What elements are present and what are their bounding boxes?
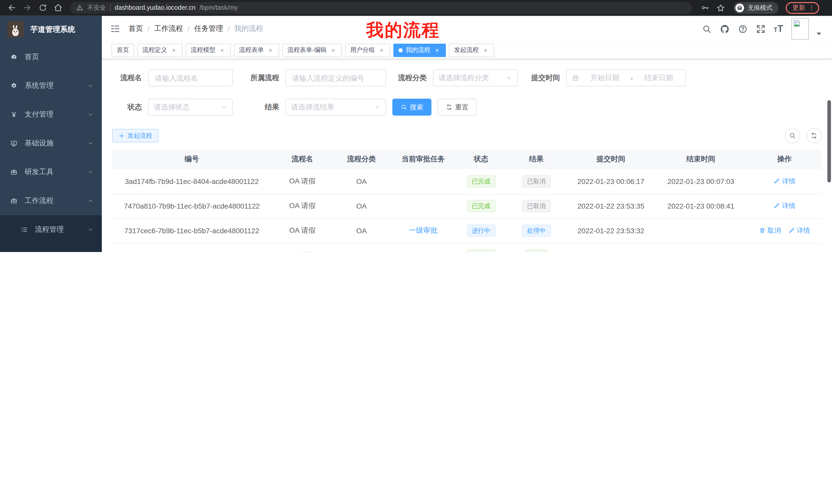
status-badge: 已完成 [467,175,495,188]
cancel-action-link[interactable]: 取消 [759,226,781,235]
tab-user-group[interactable]: 用户分组× [345,44,390,57]
cell-current-task: 一级审批 [390,218,457,243]
cell-result: 已取消 [505,194,567,218]
tab-home[interactable]: 首页 [111,44,134,57]
sidebar-item-payment-management[interactable]: 支付管理 [0,100,102,129]
detail-action-link[interactable]: 详情 [788,226,810,235]
close-icon[interactable]: × [378,47,385,54]
refresh-icon [810,132,817,139]
parent-process-input[interactable] [285,69,386,86]
cell-current-task [390,169,457,194]
sidebar-item-workflow[interactable]: 工作流程 [0,187,102,215]
status-select[interactable]: 请选择状态 [148,99,233,116]
breadcrumb-workflow[interactable]: 工作流程 [154,24,183,33]
detail-action-link[interactable]: 详情 [773,251,796,252]
help-icon[interactable] [738,24,747,34]
incognito-label: 无痕模式 [748,3,772,12]
category-label: 流程分类 [386,73,433,82]
tab-my-process[interactable]: 我的流程× [393,44,446,57]
table-body: 3ad174fb-7b9d-11ec-8404-acde48001122OA 请… [112,169,822,252]
result-badge: 通过 [525,249,548,252]
tab-process-form-edit[interactable]: 流程表单-编辑× [282,44,342,57]
close-icon[interactable]: × [170,47,177,54]
sidebar-item-dev-tools[interactable]: 研发工具 [0,158,102,187]
sidebar-item-label: 首页 [25,52,39,62]
font-size-icon[interactable]: TT [774,23,783,34]
result-select[interactable]: 请选择流结果 [285,99,386,116]
sidebar-item-system-management[interactable]: 系统管理 [0,72,102,100]
tab-start-process[interactable]: 发起流程× [449,44,494,57]
close-icon[interactable]: × [330,47,337,54]
detail-action-link[interactable]: 详情 [773,176,796,186]
close-icon[interactable]: × [434,47,441,54]
forward-icon[interactable] [21,1,34,15]
search-button[interactable]: 搜索 [392,99,432,116]
breadcrumb-task-management[interactable]: 任务管理 [194,24,223,33]
password-key-icon[interactable] [698,1,712,15]
sidebar-item-infrastructure[interactable]: 基础设施 [0,129,102,158]
browser-menu-icon[interactable] [808,4,815,11]
close-icon[interactable]: × [218,47,226,54]
refresh-table-button[interactable] [806,128,822,143]
filter-row-2: 状态 请选择状态 结果 请选择流结果 搜索 [112,99,822,116]
chevron-up-icon [87,198,94,204]
close-icon[interactable]: × [482,47,489,54]
sidebar-item-task-management[interactable]: 任务管理 [0,244,102,252]
parent-process-label: 所属流程 [233,73,285,82]
sidebar-item-home[interactable]: 首页 [0,43,102,72]
cell-result: 已取消 [505,169,567,194]
incognito-icon [735,3,744,12]
bookmark-star-icon[interactable] [714,1,727,15]
avatar[interactable] [791,18,809,39]
table-row: 7317cec6-7b9b-11ec-b5b7-acde48001122OA 请… [112,218,822,243]
cell-category: OA [333,194,390,218]
fullscreen-icon[interactable] [756,24,765,34]
tab-process-definition[interactable]: 流程定义× [137,44,183,57]
scrollbar-thumb[interactable] [827,100,831,183]
start-process-button[interactable]: 发起流程 [112,129,158,142]
tab-label: 流程模型 [191,46,215,54]
show-search-button[interactable] [785,128,800,143]
submit-time-range[interactable]: 开始日期 - 结束日期 [566,69,686,86]
hamburger-icon[interactable] [110,24,120,34]
detail-action-link[interactable]: 详情 [773,201,796,211]
process-name-label: 流程名 [112,73,148,82]
avatar-caret-icon[interactable] [814,29,824,38]
process-table: 编号流程名流程分类当前审批任务状态结果提交时间结束时间操作 3ad174fb-7… [112,149,822,252]
update-label: 更新 [792,3,805,12]
cell-submit-time: 2022-01-22 23:53:35 [567,194,655,218]
tab-process-form[interactable]: 流程表单× [234,44,279,57]
cell-process-name: OA 请假 [271,243,333,252]
sidebar-item-process-management[interactable]: 流程管理 [0,215,102,244]
column-header: 当前审批任务 [390,149,457,169]
reset-button[interactable]: 重置 [438,99,477,116]
table-row: 2152467e-7b9b-11ec-9a1b-acde48001122OA 请… [112,243,822,252]
close-icon[interactable]: × [267,47,274,54]
tab-label: 发起流程 [454,46,479,54]
action-label: 取消 [768,226,781,235]
github-icon[interactable] [720,24,729,34]
search-icon[interactable] [702,24,711,34]
tab-process-model[interactable]: 流程模型× [186,44,231,57]
back-icon[interactable] [5,1,19,15]
not-secure-icon [76,4,83,11]
home-icon[interactable] [51,1,65,15]
update-button[interactable]: 更新 [786,2,819,13]
category-select[interactable]: 请选择流程分类 [433,69,518,86]
table-row: 3ad174fb-7b9d-11ec-8404-acde48001122OA 请… [112,169,822,194]
task-link[interactable]: 一级审批 [409,226,438,234]
end-date-placeholder: 结束日期 [637,73,680,82]
cell-actions: 详情 [747,243,822,252]
cell-end-time [655,218,747,243]
column-header: 流程分类 [333,149,390,169]
breadcrumb: 首页 / 工作流程 / 任务管理 / 我的流程 [129,24,263,33]
cell-end-time: 2022-01-22 23:51:20 [655,243,747,252]
process-name-input[interactable] [148,69,233,86]
column-header: 编号 [112,149,271,169]
cell-process-name: OA 请假 [271,194,333,218]
breadcrumb-home[interactable]: 首页 [129,24,143,33]
address-bar[interactable]: 不安全 dashboard.yudao.iocoder.cn/bpm/task/… [70,2,692,13]
cell-id: 7317cec6-7b9b-11ec-b5b7-acde48001122 [112,218,271,243]
reload-icon[interactable] [36,1,49,15]
column-header: 状态 [457,149,505,169]
